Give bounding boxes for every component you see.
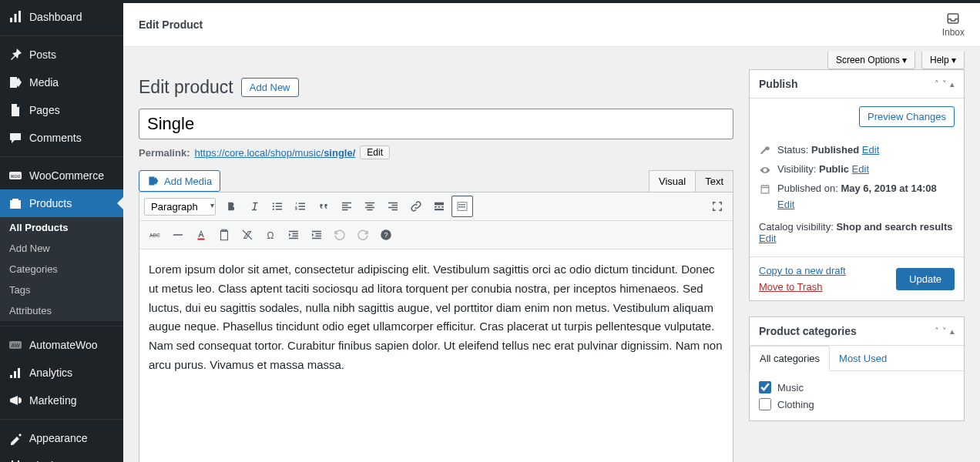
editor-toolbar-row1: Paragraph [139, 192, 733, 221]
preview-changes-button[interactable]: Preview Changes [859, 106, 955, 127]
redo-button[interactable] [352, 224, 374, 246]
editor-content[interactable]: Lorem ipsum dolor sit amet, consectetur … [139, 249, 733, 462]
insert-more-button[interactable] [428, 196, 450, 217]
edit-status-link[interactable]: Edit [862, 144, 879, 156]
screen-options-row: Screen Options ▾ Help ▾ [123, 47, 980, 69]
sidebar-item-products[interactable]: Products [0, 189, 123, 217]
box-up-icon[interactable]: ˄ [935, 79, 939, 89]
quote-button[interactable] [313, 196, 334, 217]
paste-text-button[interactable] [213, 224, 235, 246]
subitem-attributes[interactable]: Attributes [0, 300, 123, 321]
screen-options-button[interactable]: Screen Options ▾ [827, 52, 915, 69]
undo-button[interactable] [329, 224, 351, 246]
align-center-button[interactable] [359, 196, 381, 217]
permalink-link[interactable]: https://core.local/shop/music/single/ [194, 147, 355, 159]
media-icon [8, 75, 23, 90]
product-title-input[interactable] [139, 109, 733, 139]
megaphone-icon [8, 393, 23, 408]
link-button[interactable] [405, 196, 427, 217]
box-down-icon[interactable]: ˅ [942, 79, 947, 89]
sidebar-item-dashboard[interactable]: Dashboard [0, 3, 123, 31]
inbox-button[interactable]: Inbox [942, 12, 965, 38]
svg-point-5 [273, 206, 274, 207]
box-up-icon[interactable]: ˄ [935, 326, 939, 336]
clear-format-button[interactable] [237, 224, 258, 246]
sidebar-item-analytics[interactable]: Analytics [0, 359, 123, 387]
category-item-music[interactable]: Music [759, 379, 955, 396]
sidebar-item-woocommerce[interactable]: wooWooCommerce [0, 156, 123, 189]
svg-text:AW: AW [11, 343, 19, 348]
text-color-button[interactable] [190, 224, 212, 246]
bullet-list-button[interactable] [267, 196, 288, 217]
tab-text[interactable]: Text [695, 170, 733, 192]
dashboard-icon [8, 9, 23, 25]
sidebar-item-plugins[interactable]: Plugins [0, 452, 123, 462]
inbox-icon [946, 12, 960, 25]
edit-date-link[interactable]: Edit [777, 199, 794, 210]
visibility-label: Visibility: [777, 163, 816, 175]
subitem-tags[interactable]: Tags [0, 280, 123, 300]
tab-all-categories[interactable]: All categories [750, 346, 830, 371]
subitem-categories[interactable]: Categories [0, 259, 123, 280]
toolbar-toggle-button[interactable] [451, 196, 473, 217]
sidebar-item-label: Analytics [29, 367, 72, 379]
subitem-add-new[interactable]: Add New [0, 238, 123, 259]
edit-permalink-button[interactable]: Edit [360, 146, 390, 159]
numbered-list-button[interactable] [290, 196, 311, 217]
admin-sidebar: Dashboard Posts Media Pages Comments woo… [0, 3, 123, 462]
category-label: Music [777, 382, 804, 393]
update-button[interactable]: Update [896, 268, 955, 290]
edit-catalog-link[interactable]: Edit [759, 233, 776, 244]
category-checkbox[interactable] [759, 381, 771, 393]
copy-draft-link[interactable]: Copy to a new draft [759, 265, 846, 276]
help-icon-button[interactable]: ? [375, 224, 397, 246]
move-trash-link[interactable]: Move to Trash [759, 281, 846, 293]
svg-rect-8 [459, 204, 461, 206]
tab-visual[interactable]: Visual [649, 170, 696, 192]
hr-button[interactable] [167, 224, 189, 246]
strikethrough-button[interactable]: ABC [144, 224, 166, 246]
sidebar-item-label: AutomateWoo [29, 339, 97, 351]
indent-button[interactable] [306, 224, 327, 246]
publish-metabox: Publish ˄˅▴ Preview Changes Status: Publ… [749, 69, 965, 301]
categories-metabox: Product categories ˄˅▴ All categories Mo… [749, 316, 965, 421]
categories-title: Product categories [759, 325, 857, 337]
sidebar-item-marketing[interactable]: Marketing [0, 387, 123, 414]
category-item-clothing[interactable]: Clothing [759, 396, 955, 413]
outdent-button[interactable] [283, 224, 304, 246]
plugin-icon [8, 458, 23, 462]
sidebar-item-posts[interactable]: Posts [0, 35, 123, 69]
catalog-visibility-label: Catalog visibility: [759, 221, 834, 233]
page-icon [8, 102, 23, 118]
analytics-icon [8, 365, 23, 380]
format-select[interactable]: Paragraph [144, 198, 216, 216]
add-media-button[interactable]: Add Media [139, 170, 220, 192]
subitem-all-products[interactable]: All Products [0, 217, 123, 238]
sidebar-item-comments[interactable]: Comments [0, 124, 123, 152]
svg-rect-10 [464, 204, 465, 206]
edit-visibility-link[interactable]: Edit [852, 163, 869, 175]
italic-button[interactable] [243, 196, 265, 217]
sidebar-item-pages[interactable]: Pages [0, 96, 123, 124]
box-down-icon[interactable]: ˅ [942, 326, 947, 336]
help-button[interactable]: Help ▾ [921, 52, 965, 69]
editor-toolbar-row2: ABC Ω ? [139, 221, 733, 249]
svg-rect-11 [459, 206, 461, 208]
sidebar-item-automatewoo[interactable]: AWAutomateWoo [0, 326, 123, 359]
special-char-button[interactable]: Ω [260, 224, 281, 246]
tab-most-used[interactable]: Most Used [830, 346, 896, 370]
fullscreen-button[interactable] [706, 196, 728, 217]
add-new-button[interactable]: Add New [241, 78, 299, 97]
box-toggle-icon[interactable]: ▴ [950, 79, 955, 89]
align-right-button[interactable] [382, 196, 404, 217]
sidebar-item-appearance[interactable]: Appearance [0, 419, 123, 452]
woocommerce-icon: woo [8, 168, 23, 183]
box-toggle-icon[interactable]: ▴ [950, 326, 955, 336]
category-checkbox[interactable] [759, 398, 771, 410]
sidebar-item-media[interactable]: Media [0, 69, 123, 96]
align-left-button[interactable] [336, 196, 357, 217]
page-header: Edit Product Inbox [123, 3, 980, 47]
publish-title: Publish [759, 78, 798, 90]
bold-button[interactable] [220, 196, 242, 217]
svg-text:?: ? [384, 231, 388, 239]
